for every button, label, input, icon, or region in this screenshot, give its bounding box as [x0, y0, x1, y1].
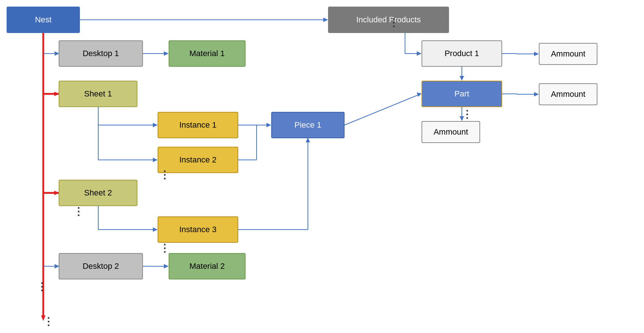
instance2-node: Instance 2: [158, 147, 238, 173]
svg-marker-38: [460, 76, 464, 81]
svg-marker-14: [153, 123, 158, 127]
dots-instance3: ⋮: [159, 242, 170, 254]
desktop2-node: Desktop 2: [59, 253, 143, 279]
svg-marker-44: [534, 92, 539, 96]
product1-node: Product 1: [422, 40, 502, 67]
dots-products-top: ⋮: [389, 17, 399, 29]
material1-node: Material 1: [169, 40, 246, 67]
svg-marker-32: [164, 264, 169, 268]
svg-line-39: [345, 94, 421, 125]
svg-marker-36: [417, 51, 422, 56]
part-node: Part: [422, 81, 502, 107]
dots-sheets: ⋮: [73, 205, 84, 217]
instance1-node: Instance 1: [158, 112, 238, 138]
svg-marker-19: [266, 123, 271, 127]
svg-marker-17: [153, 158, 158, 162]
amount3-node: Ammount: [422, 121, 480, 143]
piece1-node: Piece 1: [271, 112, 345, 138]
material2-node: Material 2: [169, 253, 246, 279]
svg-marker-48: [534, 52, 539, 56]
dots-desktops: ⋮: [37, 281, 47, 293]
sheet1-node: Sheet 1: [59, 81, 137, 107]
svg-marker-9: [164, 51, 169, 56]
dots-parts: ⋮: [462, 108, 472, 120]
diagram-container: Nest Included Products Desktop 1 Materia…: [0, 0, 644, 333]
svg-marker-7: [323, 18, 328, 22]
amount1-node: Ammount: [539, 43, 597, 65]
svg-marker-25: [153, 227, 158, 232]
sheet2-node: Sheet 2: [59, 180, 137, 206]
nest-node: Nest: [7, 7, 80, 33]
svg-marker-40: [417, 92, 422, 97]
instance3-node: Instance 3: [158, 216, 238, 243]
dots-instances: ⋮: [159, 169, 170, 181]
desktop1-node: Desktop 1: [59, 40, 143, 67]
amount2-node: Ammount: [539, 83, 597, 105]
dots-bottom: ⋮: [43, 315, 54, 327]
